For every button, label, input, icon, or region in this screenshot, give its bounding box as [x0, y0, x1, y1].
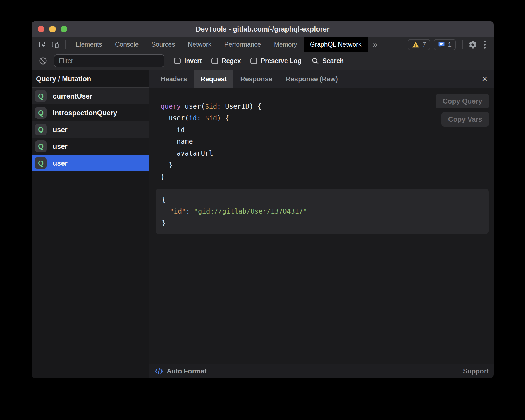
query-list-item-label: currentUser: [53, 92, 92, 100]
devtools-toolbar: Elements Console Sources Network Perform…: [32, 37, 494, 52]
close-icon[interactable]: ×: [482, 74, 488, 84]
request-body: query user($id: UserID) { user(id: $id) …: [149, 88, 494, 364]
filter-checkbox[interactable]: Preserve Log: [250, 57, 302, 65]
detail-tab[interactable]: Response: [233, 70, 279, 88]
query-sidebar: Query / Mutation Q currentUser Q Introsp…: [32, 70, 149, 378]
warnings-badge[interactable]: 7: [408, 39, 430, 50]
issues-count: 1: [448, 41, 452, 49]
toolbar-tab[interactable]: Memory: [268, 37, 304, 52]
toolbar-tab[interactable]: GraphQL Network: [304, 37, 368, 52]
search-control[interactable]: Search: [311, 57, 344, 65]
checkbox-box[interactable]: [174, 58, 181, 64]
query-list: Q currentUser Q IntrospectionQuery Q use…: [32, 88, 149, 378]
toolbar-tab[interactable]: Sources: [145, 37, 181, 52]
copy-query-button[interactable]: Copy Query: [436, 94, 489, 108]
traffic-lights: [38, 26, 67, 32]
copy-vars-button[interactable]: Copy Vars: [441, 112, 489, 127]
query-list-item[interactable]: Q user: [32, 155, 149, 171]
search-label: Search: [322, 57, 344, 65]
toolbar-tab[interactable]: Performance: [218, 37, 268, 52]
issues-badge[interactable]: 1: [434, 39, 456, 50]
inspect-element-icon[interactable]: [36, 38, 49, 51]
detail-panel: Headers Request Response Response (Raw) …: [149, 70, 494, 378]
title-bar: DevTools - gitlab.com/-/graphql-explorer: [32, 21, 494, 37]
settings-gear-icon[interactable]: [466, 38, 479, 51]
detail-tab[interactable]: Headers: [154, 70, 194, 88]
query-type-badge: Q: [35, 90, 47, 102]
main-content: Query / Mutation Q currentUser Q Introsp…: [32, 70, 494, 378]
code-brackets-icon: [154, 367, 163, 375]
query-list-item[interactable]: Q currentUser: [32, 88, 149, 104]
checkbox-label: Preserve Log: [261, 57, 302, 65]
filter-checkbox[interactable]: Invert: [174, 57, 202, 65]
checkbox-label: Invert: [184, 57, 202, 65]
query-list-item[interactable]: Q user: [32, 121, 149, 138]
variables-code: { "id": "gid://gitlab/User/13704317"}: [162, 194, 483, 229]
detail-footer: Auto Format Support: [149, 364, 494, 378]
support-link[interactable]: Support: [463, 367, 489, 375]
copy-buttons: Copy Query Copy Vars: [436, 94, 489, 127]
detail-tab[interactable]: Request: [194, 70, 234, 88]
checkbox-label: Regex: [222, 57, 241, 65]
zoom-window-button[interactable]: [61, 26, 67, 32]
sidebar-header: Query / Mutation: [32, 70, 149, 88]
checkbox-box[interactable]: [250, 58, 257, 64]
filter-input[interactable]: [54, 54, 164, 67]
query-list-item-label: user: [53, 159, 68, 167]
toolbar-divider: [462, 40, 463, 49]
checkbox-box[interactable]: [211, 58, 218, 64]
filter-bar: Invert Regex Preserve Log Search: [32, 52, 494, 70]
more-options-icon[interactable]: [479, 41, 490, 49]
devtools-window: DevTools - gitlab.com/-/graphql-explorer…: [32, 21, 494, 378]
query-list-item-label: IntrospectionQuery: [53, 109, 117, 117]
filter-checkbox[interactable]: Regex: [211, 57, 241, 65]
toolbar-tab[interactable]: Network: [182, 37, 218, 52]
minimize-window-button[interactable]: [49, 26, 56, 32]
search-icon: [311, 57, 319, 65]
block-requests-icon[interactable]: [37, 54, 49, 67]
device-toolbar-icon[interactable]: [49, 38, 62, 51]
close-window-button[interactable]: [38, 26, 44, 32]
query-list-item[interactable]: Q user: [32, 138, 149, 155]
warning-triangle-icon: [412, 41, 419, 48]
query-type-badge: Q: [35, 140, 47, 152]
message-bubble-icon: [438, 41, 445, 48]
toolbar-tab[interactable]: Console: [109, 37, 145, 52]
more-tabs-icon[interactable]: »: [368, 40, 382, 49]
toolbar-divider: [65, 40, 66, 49]
detail-tab-bar: Headers Request Response Response (Raw) …: [149, 70, 494, 88]
query-type-badge: Q: [35, 157, 47, 169]
query-list-item[interactable]: Q IntrospectionQuery: [32, 104, 149, 121]
query-list-item-label: user: [53, 142, 68, 151]
query-type-badge: Q: [35, 107, 47, 119]
auto-format-button[interactable]: Auto Format: [154, 367, 207, 375]
window-title: DevTools - gitlab.com/-/graphql-explorer: [32, 25, 494, 33]
toolbar-tab[interactable]: Elements: [69, 37, 109, 52]
detail-tab[interactable]: Response (Raw): [279, 70, 345, 88]
variables-box: { "id": "gid://gitlab/User/13704317"}: [156, 189, 489, 234]
query-list-item-label: user: [53, 126, 68, 134]
auto-format-label: Auto Format: [167, 367, 207, 375]
warnings-count: 7: [422, 41, 426, 49]
query-type-badge: Q: [35, 124, 47, 135]
